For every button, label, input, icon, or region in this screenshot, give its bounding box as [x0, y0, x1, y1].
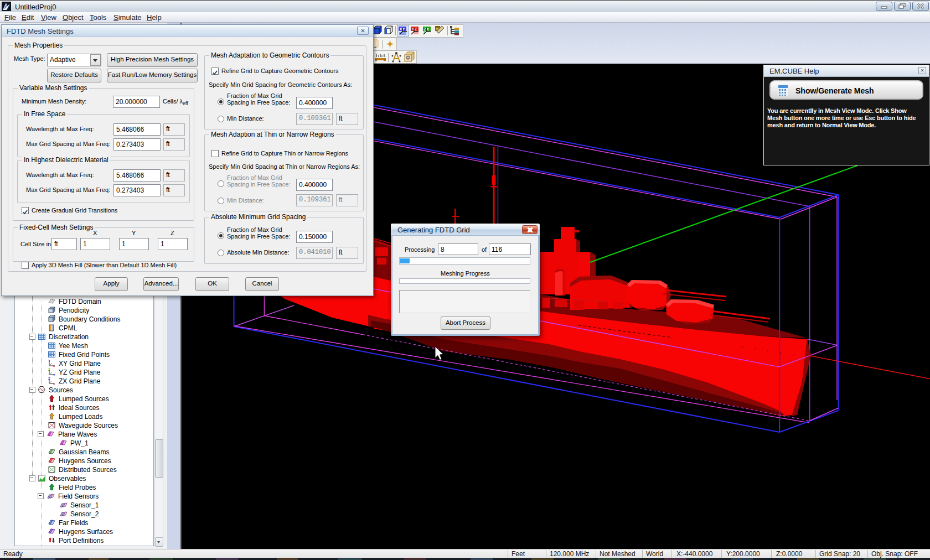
svg-text:x: x — [53, 364, 55, 367]
svg-text:Z: Z — [48, 377, 50, 380]
svg-text:Y: Y — [48, 359, 50, 362]
svg-text:x: x — [53, 382, 55, 385]
svg-text:y: y — [53, 373, 55, 376]
svg-text:Z: Z — [48, 368, 50, 371]
